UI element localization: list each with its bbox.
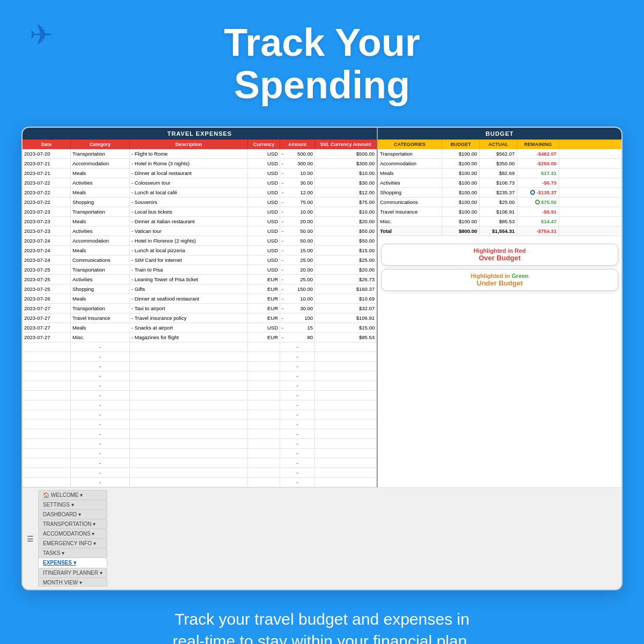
table-row: 2023-07-27 Meals - Snacks at airport USD… bbox=[23, 323, 377, 333]
cell-description bbox=[130, 449, 248, 458]
bcell-budget: $100.00 bbox=[442, 188, 480, 197]
cell-description: - Gifts bbox=[130, 284, 248, 294]
budget-row: Travel Insurance $100.00 $106.91 -$6.91 bbox=[378, 207, 621, 217]
tab-item[interactable]: TRANSPORTATION ▾ bbox=[38, 519, 107, 529]
cell-std bbox=[315, 362, 377, 371]
cell-currency: EUR bbox=[248, 333, 280, 342]
table-row: 2023-07-24 Accommodation - Hotel in Flor… bbox=[23, 236, 377, 246]
cell-date bbox=[23, 410, 71, 419]
cell-category: Transportation bbox=[71, 149, 130, 158]
tab-item[interactable]: EXPENSES ▾ bbox=[38, 558, 107, 568]
tab-item[interactable]: EMERGENCY INFO ▾ bbox=[38, 538, 107, 548]
cell-std bbox=[315, 439, 377, 448]
cell-description: - Snacks at airport bbox=[130, 323, 248, 332]
cell-currency: USD bbox=[248, 255, 280, 265]
cell-currency: EUR bbox=[248, 284, 280, 294]
bcell-budget: $100.00 bbox=[442, 149, 480, 158]
cell-amount: -50.00 bbox=[280, 236, 315, 245]
tab-item[interactable]: DASHBOARD ▾ bbox=[38, 509, 107, 519]
cell-amount: -10.00 bbox=[280, 207, 315, 216]
main-title: Track Your Spending bbox=[11, 21, 633, 106]
cell-category: Activities bbox=[71, 226, 130, 236]
cell-category: Activities bbox=[71, 275, 130, 284]
bcell-remaining: $14.47 bbox=[517, 217, 559, 226]
cell-currency: USD bbox=[248, 207, 280, 216]
cell-amount: - bbox=[280, 468, 315, 477]
cell-category: - bbox=[71, 478, 130, 487]
tab-item[interactable]: SETTINGS ▾ bbox=[38, 500, 107, 509]
table-row: 2023-07-22 Shopping - Souvenirs USD -75.… bbox=[23, 197, 377, 207]
col-header-date: Date bbox=[23, 140, 71, 149]
cell-std bbox=[315, 342, 377, 352]
budget-row: Activities $100.00 $106.73 -$6.73 bbox=[378, 178, 621, 188]
expenses-data-rows: 2023-07-20 Transportation - Flight to Ro… bbox=[23, 149, 377, 487]
table-row: 2023-07-24 Meals - Lunch at local pizzer… bbox=[23, 246, 377, 255]
cell-amount: - bbox=[280, 420, 315, 429]
cell-amount: - bbox=[280, 458, 315, 467]
bcell-category: Misc. bbox=[378, 217, 442, 226]
cell-category: Travel Insurance bbox=[71, 313, 130, 323]
bcol-header-budget: BUDGET bbox=[442, 140, 480, 149]
cell-std: $30.00 bbox=[315, 178, 377, 187]
cell-date bbox=[23, 478, 71, 487]
bcell-actual: $235.37 bbox=[480, 188, 517, 197]
cell-category: Meals bbox=[71, 246, 130, 255]
cell-date: 2023-07-25 bbox=[23, 275, 71, 284]
green-callout-box: Highlighted in Green Under Budget bbox=[381, 269, 618, 291]
table-row: - - bbox=[23, 449, 377, 458]
cell-std: $26.73 bbox=[315, 275, 377, 284]
bcell-total-label: Total bbox=[378, 226, 442, 236]
cell-description bbox=[130, 429, 248, 438]
table-row: - - bbox=[23, 371, 377, 381]
cell-description: - Dinner at seafood restaurant bbox=[130, 294, 248, 303]
table-row: 2023-07-25 Transportation - Train to Pis… bbox=[23, 265, 377, 275]
bcell-budget: $100.00 bbox=[442, 207, 480, 216]
cell-currency bbox=[248, 391, 280, 400]
table-row: - - bbox=[23, 429, 377, 439]
table-row: - - bbox=[23, 400, 377, 410]
tab-bar[interactable]: ☰ 🏠 WELCOME ▾SETTINGS ▾DASHBOARD ▾TRANSP… bbox=[23, 487, 621, 589]
cell-amount: -25.00 bbox=[280, 275, 315, 284]
table-row: 2023-07-24 Communications - SIM Card for… bbox=[23, 255, 377, 265]
table-row: - - bbox=[23, 362, 377, 371]
bcell-category: Communications bbox=[378, 197, 442, 207]
cell-currency bbox=[248, 478, 280, 487]
cell-amount: -15 bbox=[280, 323, 315, 332]
cell-currency: USD bbox=[248, 217, 280, 226]
cell-category: Shopping bbox=[71, 284, 130, 294]
cell-amount: - bbox=[280, 381, 315, 390]
cell-currency: USD bbox=[248, 246, 280, 255]
tab-item[interactable]: MONTH VIEW ▾ bbox=[38, 577, 107, 587]
cell-category: - bbox=[71, 468, 130, 477]
cell-description: - Vatican tour bbox=[130, 226, 248, 236]
table-row: - - bbox=[23, 352, 377, 362]
cell-amount: -80 bbox=[280, 333, 315, 342]
cell-std bbox=[315, 391, 377, 400]
cell-amount: - bbox=[280, 478, 315, 487]
bcell-category: Accommodation bbox=[378, 159, 442, 168]
tab-item[interactable]: ITINERARY PLANNER ▾ bbox=[38, 568, 107, 577]
cell-description bbox=[130, 381, 248, 390]
cell-category: Misc. bbox=[71, 333, 130, 342]
travel-expenses-panel: TRAVEL EXPENSES Date Category Descriptio… bbox=[23, 128, 378, 487]
tab-item[interactable]: TASKS ▾ bbox=[38, 548, 107, 558]
expenses-column-headers: Date Category Description Currency Amoun… bbox=[23, 140, 377, 149]
cell-category: Meals bbox=[71, 294, 130, 303]
cell-date bbox=[23, 342, 71, 352]
cell-amount: -20.00 bbox=[280, 265, 315, 274]
cell-amount: -10.00 bbox=[280, 294, 315, 303]
budget-total-row: Total $800.00 $1,554.31 -$754.31 bbox=[378, 226, 621, 236]
cell-description: - Hotel in Rome (3 nights) bbox=[130, 159, 248, 168]
cell-category: - bbox=[71, 391, 130, 400]
table-row: 2023-07-23 Transportation - Local bus ti… bbox=[23, 207, 377, 217]
cell-std: $10.00 bbox=[315, 207, 377, 216]
cell-date: 2023-07-27 bbox=[23, 313, 71, 323]
table-row: - - bbox=[23, 458, 377, 468]
cell-date: 2023-07-24 bbox=[23, 255, 71, 265]
tab-item[interactable]: ACCOMODATIONS ▾ bbox=[38, 529, 107, 538]
cell-std: $10.69 bbox=[315, 294, 377, 303]
hamburger-icon[interactable]: ☰ bbox=[27, 535, 34, 543]
cell-currency bbox=[248, 352, 280, 361]
cell-std: $10.00 bbox=[315, 169, 377, 178]
tab-item[interactable]: 🏠 WELCOME ▾ bbox=[38, 490, 107, 500]
